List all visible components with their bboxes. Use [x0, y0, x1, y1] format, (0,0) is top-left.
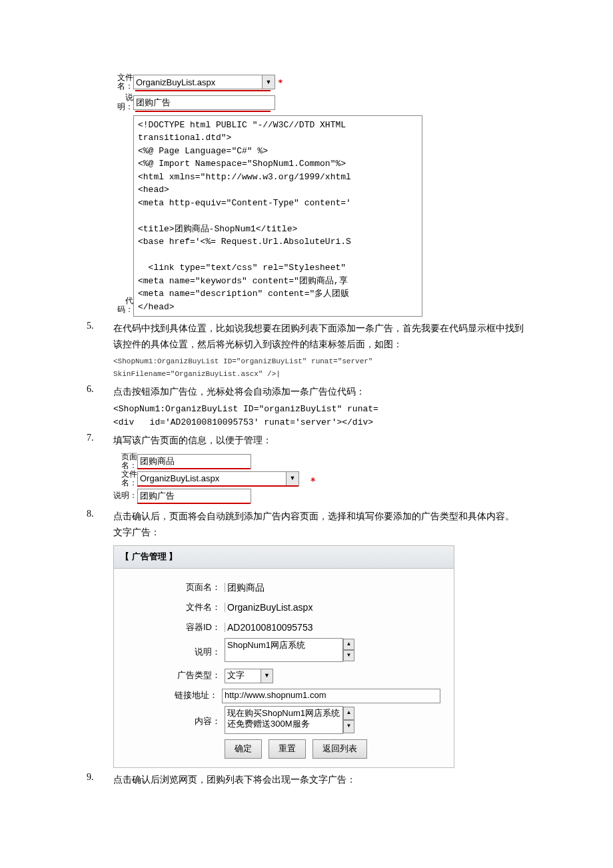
item7-text: 填写该广告页面的信息，以便于管理：	[113, 435, 272, 445]
filename-select[interactable]: OrganizBuyList.aspx ▼	[133, 75, 275, 89]
mgmt-desc-textarea[interactable]: ShopNum1网店系统 ▲ ▼	[225, 638, 343, 662]
item6-code: <ShopNum1:OrganizBuyList ID="organizBuyL…	[113, 403, 526, 429]
desc-label2: 说明：	[113, 491, 137, 500]
mgmt-link-value: http://www.shopnum1.com	[225, 688, 326, 703]
panel-title: 【 广告管理 】	[114, 546, 454, 568]
reset-button[interactable]: 重置	[269, 739, 306, 758]
list-number: 8.	[87, 509, 113, 768]
item5-code: <ShopNum1:OrganizBuyList ID="organizBuyL…	[113, 355, 526, 380]
chevron-down-icon[interactable]: ▼	[286, 472, 299, 485]
required-star-icon: *	[278, 77, 283, 87]
scroll-down-icon[interactable]: ▼	[343, 650, 354, 661]
mgmt-adtype-value: 文字	[227, 668, 245, 683]
mgmt-containerid-label: 容器ID：	[127, 620, 225, 635]
mgmt-desc-value: ShopNum1网店系统	[227, 640, 305, 650]
mgmt-content-textarea[interactable]: 现在购买ShopNum1网店系统还免费赠送300M服务 ▲ ▼	[225, 706, 343, 734]
ok-button[interactable]: 确定	[225, 739, 262, 758]
item8-text2: 文字广告：	[113, 527, 160, 537]
file-name-value: OrganizBuyList.aspx	[140, 471, 219, 486]
page-name-input[interactable]: 团购商品	[137, 454, 251, 469]
mgmt-containerid-value: AD20100810095753	[227, 620, 312, 636]
required-star-icon: *	[310, 473, 316, 489]
chevron-down-icon[interactable]: ▼	[261, 669, 273, 683]
code-label: 代码：	[113, 297, 133, 314]
mgmt-adtype-label: 广告类型：	[127, 668, 225, 683]
scroll-down-icon[interactable]: ▼	[343, 720, 354, 733]
file-name-select[interactable]: OrganizBuyList.aspx ▼	[137, 471, 299, 486]
ad-management-panel: 【 广告管理 】 页面名： 团购商品 文件名： OrganizBuyList.a…	[113, 545, 454, 767]
desc-value2: 团购广告	[140, 489, 175, 503]
mgmt-filename-label: 文件名：	[127, 600, 225, 615]
mgmt-pagename-label: 页面名：	[127, 580, 225, 595]
file-name-label: 文件名：	[113, 470, 137, 487]
item6-text: 点击按钮添加广告位，光标处将会自动添加一条广告位代码：	[113, 387, 365, 397]
scroll-up-icon[interactable]: ▲	[343, 707, 354, 720]
chevron-down-icon[interactable]: ▼	[262, 75, 275, 89]
mgmt-adtype-select[interactable]: 文字 ▼	[225, 669, 273, 683]
mgmt-filename-value: OrganizBuyList.aspx	[227, 600, 312, 616]
list-number: 9.	[87, 772, 113, 788]
top-form: 文件名： OrganizBuyList.aspx ▼ * 说明： 团购广告 代码…	[113, 73, 426, 317]
filename-value: OrganizBuyList.aspx	[136, 77, 215, 87]
mgmt-link-input[interactable]: http://www.shopnum1.com	[222, 689, 440, 703]
list-number: 7.	[87, 433, 113, 505]
code-textarea[interactable]: <!DOCTYPE html PUBLIC "-//W3C//DTD XHTML…	[133, 115, 422, 317]
code-lines: <!DOCTYPE html PUBLIC "-//W3C//DTD XHTML…	[138, 120, 351, 312]
item8-text: 点击确认后，页面将会自动跳到添加广告内容页面，选择和填写你要添加的广告类型和具体…	[113, 511, 514, 521]
mgmt-desc-label: 说明：	[127, 638, 225, 659]
back-button[interactable]: 返回列表	[312, 739, 367, 758]
mgmt-link-label: 链接地址：	[127, 688, 222, 703]
list-number: 6.	[87, 384, 113, 429]
mgmt-pagename-value: 团购商品	[227, 580, 265, 596]
mgmt-content-label: 内容：	[127, 706, 225, 729]
page-name-value: 团购商品	[140, 454, 175, 469]
scroll-up-icon[interactable]: ▲	[343, 639, 354, 650]
item7-form: 页面名： 团购商品 文件名： OrganizBuyList.aspx ▼	[113, 453, 306, 505]
desc-value: 团购广告	[136, 97, 171, 109]
mgmt-content-value: 现在购买ShopNum1网店系统还免费赠送300M服务	[227, 708, 340, 729]
list-number: 5.	[87, 321, 113, 380]
item9-text: 点击确认后浏览网页，团购列表下将会出现一条文字广告：	[113, 775, 356, 785]
desc-input2[interactable]: 团购广告	[137, 489, 251, 503]
desc-input[interactable]: 团购广告	[133, 95, 275, 110]
desc-label: 说明：	[113, 93, 133, 111]
item5-text: 在代码中找到具体位置，比如说我想要在团购列表下面添加一条广告，首先我要在代码显示…	[113, 323, 524, 349]
page-name-label: 页面名：	[113, 453, 137, 470]
filename-label: 文件名：	[113, 73, 133, 91]
